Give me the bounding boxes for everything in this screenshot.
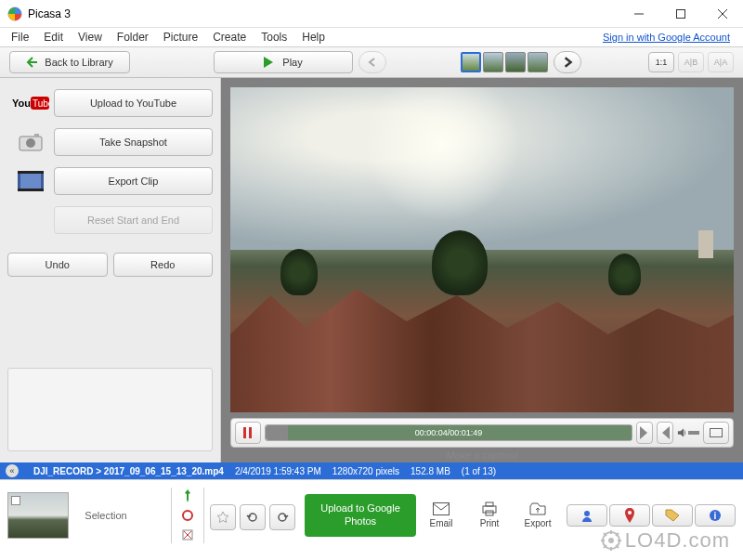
fullscreen-button[interactable] [703,422,729,444]
clear-button[interactable] [179,527,196,543]
toolbar: Back to Library Play 1:1 A|B A|A [0,46,743,78]
email-button[interactable]: Email [418,494,464,537]
menu-file[interactable]: File [4,29,36,46]
rotate-ccw-button[interactable] [240,504,266,530]
undo-button: Undo [7,253,108,277]
play-label: Play [282,57,302,68]
volume-control[interactable] [677,427,699,438]
menu-create[interactable]: Create [205,29,254,46]
back-to-library-button[interactable]: Back to Library [9,51,130,73]
playback-bar: 00:00:04/00:01:49 [230,418,734,448]
window-title: Picasa 3 [28,7,618,20]
svg-text:You: You [12,98,31,109]
next-button[interactable] [554,51,581,73]
print-icon [481,501,498,516]
tag-icon [665,509,680,522]
thumbnail-strip [461,52,548,72]
rotate-cw-button[interactable] [269,504,295,530]
reset-start-end-button: Reset Start and End [54,206,213,234]
thumbnail-3[interactable] [505,52,526,72]
upload-youtube-button[interactable]: Upload to YouTube [54,89,213,117]
sidebar: YouTube Upload to YouTube Take Snapshot … [0,78,221,462]
info-button[interactable]: i [695,504,736,527]
arrow-left-icon [26,56,39,69]
arrow-left-icon [368,58,377,67]
file-date: 2/4/2019 1:59:43 PM [235,466,321,476]
mark-in-icon [640,426,649,439]
back-label: Back to Library [45,57,112,68]
svg-point-9 [26,138,35,148]
pause-button[interactable] [235,422,261,444]
filmstrip-icon [7,171,54,191]
camera-icon [7,133,54,151]
svg-rect-23 [483,506,496,513]
titlebar: Picasa 3 [0,0,743,28]
export-button[interactable]: Export [515,494,561,537]
menu-folder[interactable]: Folder [110,29,156,46]
selection-thumbnail[interactable] [7,492,69,539]
redo-button: Redo [113,253,214,277]
main-area: YouTube Upload to YouTube Take Snapshot … [0,78,743,462]
youtube-icon: YouTube [7,95,54,111]
thumbnail-4[interactable] [528,52,548,72]
mark-end-button[interactable] [657,422,673,444]
svg-rect-16 [249,427,252,438]
menu-tools[interactable]: Tools [254,29,294,46]
video-frame[interactable] [230,87,734,412]
star-icon [216,511,229,524]
fullscreen-icon [710,428,723,437]
email-icon [433,501,450,516]
export-clip-button[interactable]: Export Clip [54,167,213,195]
mark-start-button[interactable] [636,422,653,444]
print-button[interactable]: Print [466,494,513,537]
record-icon [182,510,193,521]
svg-rect-12 [20,174,41,189]
svg-rect-2 [676,9,684,18]
app-icon [7,7,22,21]
file-path: DJI_RECORD > 2017_09_06_15_13_20.mp4 [33,466,224,476]
menu-picture[interactable]: Picture [156,29,205,46]
progress-track[interactable]: 00:00:04/00:01:49 [265,424,632,441]
tags-tag-button[interactable] [652,504,693,527]
upload-google-photos-button[interactable]: Upload to Google Photos [305,494,416,537]
speaker-icon [677,427,687,438]
person-icon [580,509,593,522]
mark-out-icon [660,426,670,439]
play-button[interactable]: Play [214,51,353,73]
pin-button[interactable] [179,488,196,504]
svg-text:i: i [714,511,717,521]
gear-icon [601,530,621,551]
caption-input[interactable]: Make a caption! [230,449,734,461]
file-position: (1 of 13) [462,466,496,476]
thumbnail-2[interactable] [483,52,503,72]
star-button[interactable] [210,504,236,530]
svg-point-27 [628,511,632,514]
rotate-cw-icon [276,511,289,524]
svg-rect-17 [710,429,723,437]
file-dimensions: 1280x720 pixels [332,466,399,476]
zoom-fit-button[interactable]: 1:1 [648,52,674,72]
thumbnail-1[interactable] [461,52,481,72]
people-tag-button[interactable] [567,504,607,527]
pin-icon [182,489,193,502]
file-size: 152.8 MB [411,466,450,476]
svg-point-26 [584,511,590,516]
menu-edit[interactable]: Edit [36,29,71,46]
minimize-button[interactable] [618,0,659,28]
clear-icon [182,529,193,540]
record-button[interactable] [179,507,196,524]
prev-button[interactable] [358,51,386,73]
places-tag-button[interactable] [609,504,650,527]
watermark: LO4D.com [601,528,730,553]
close-button[interactable] [701,0,743,28]
take-snapshot-button[interactable]: Take Snapshot [54,128,213,156]
signin-link[interactable]: Sign in with Google Account [603,32,730,43]
menu-help[interactable]: Help [294,29,332,46]
menu-view[interactable]: View [71,29,110,46]
maximize-button[interactable] [659,0,701,28]
collapse-button[interactable]: « [6,464,19,477]
zoom-ab-button: A|B [678,52,704,72]
svg-rect-10 [34,134,39,137]
svg-rect-24 [486,502,493,506]
drop-area [7,368,213,451]
